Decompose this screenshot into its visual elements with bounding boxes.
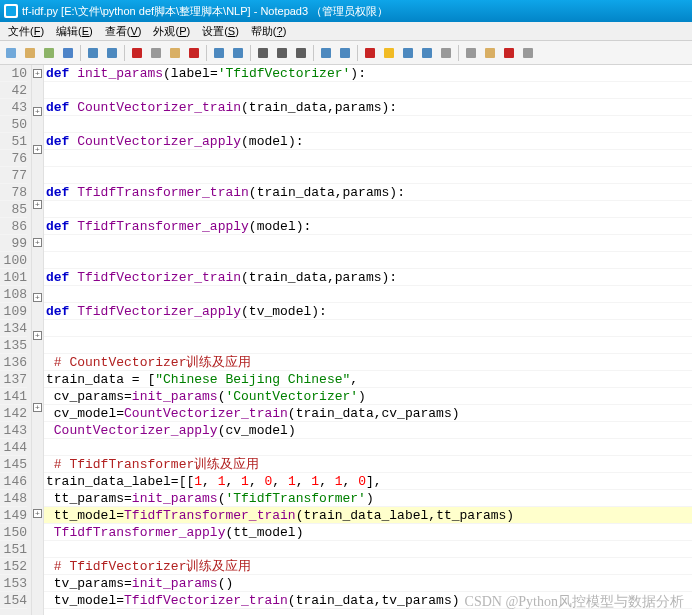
revert-icon[interactable] xyxy=(40,44,58,62)
wrap-icon[interactable] xyxy=(254,44,272,62)
fold-gutter[interactable]: +++++++++ xyxy=(32,65,44,615)
code-line[interactable] xyxy=(44,337,692,354)
line-number: 144 xyxy=(0,439,27,456)
font-icon[interactable] xyxy=(292,44,310,62)
code-line[interactable]: def CountVectorizer_train(train_data,par… xyxy=(44,99,692,116)
code-line[interactable]: def TfidfTransformer_apply(model): xyxy=(44,218,692,235)
code-line[interactable] xyxy=(44,82,692,99)
delete-icon[interactable] xyxy=(185,44,203,62)
ws-icon[interactable] xyxy=(273,44,291,62)
line-number: 146 xyxy=(0,473,27,490)
menu-item[interactable]: 设置(S) xyxy=(196,23,245,40)
new-icon[interactable] xyxy=(2,44,20,62)
code-line[interactable]: def TfidfVectorizer_train(train_data,par… xyxy=(44,269,692,286)
code-line[interactable] xyxy=(44,252,692,269)
fold-toggle-icon[interactable]: + xyxy=(33,509,42,518)
line-number: 86 xyxy=(0,218,27,235)
settings-icon[interactable] xyxy=(519,44,537,62)
code-line[interactable] xyxy=(44,235,692,252)
menu-item[interactable]: 编辑(E) xyxy=(50,23,99,40)
editor[interactable]: 1042435051767778858699100101108109134135… xyxy=(0,65,692,615)
toolbar[interactable] xyxy=(0,41,692,65)
code-line[interactable]: tt_model=TfidfTransformer_train(train_da… xyxy=(44,507,692,524)
svg-rect-12 xyxy=(258,48,268,58)
clear-icon[interactable] xyxy=(437,44,455,62)
fold-toggle-icon[interactable]: + xyxy=(33,238,42,247)
code-line[interactable] xyxy=(44,150,692,167)
line-number: 154 xyxy=(0,592,27,609)
worddown-icon[interactable] xyxy=(399,44,417,62)
undo-icon[interactable] xyxy=(84,44,102,62)
code-line[interactable]: cv_model=CountVectorizer_train(train_dat… xyxy=(44,405,692,422)
paste-icon[interactable] xyxy=(166,44,184,62)
code-line[interactable] xyxy=(44,116,692,133)
cut-icon[interactable] xyxy=(128,44,146,62)
svg-rect-19 xyxy=(403,48,413,58)
code-line[interactable] xyxy=(44,201,692,218)
code-line[interactable]: TfidfTransformer_apply(tt_model) xyxy=(44,524,692,541)
zoomout-icon[interactable] xyxy=(336,44,354,62)
fold-toggle-icon[interactable]: + xyxy=(33,107,42,116)
code-line[interactable]: CountVectorizer_apply(cv_model) xyxy=(44,422,692,439)
menu-item[interactable]: 外观(P) xyxy=(147,23,196,40)
code-line[interactable] xyxy=(44,541,692,558)
app-icon xyxy=(4,4,18,18)
line-number: 152 xyxy=(0,558,27,575)
svg-rect-7 xyxy=(151,48,161,58)
fold-toggle-icon[interactable]: + xyxy=(33,69,42,78)
code-line[interactable] xyxy=(44,167,692,184)
code-line[interactable]: # CountVectorizer训练及应用 xyxy=(44,354,692,371)
wordup-icon[interactable] xyxy=(418,44,436,62)
line-number: 99 xyxy=(0,235,27,252)
code-line[interactable]: def TfidfTransformer_train(train_data,pa… xyxy=(44,184,692,201)
code-line[interactable]: # TfidfTransformer训练及应用 xyxy=(44,456,692,473)
print-icon[interactable] xyxy=(462,44,480,62)
fold-toggle-icon[interactable]: + xyxy=(33,145,42,154)
svg-rect-8 xyxy=(170,48,180,58)
svg-rect-14 xyxy=(296,48,306,58)
code-line[interactable]: train_data = ["Chinese Beijing Chinese", xyxy=(44,371,692,388)
fold-toggle-icon[interactable]: + xyxy=(33,293,42,302)
code-line[interactable]: tt_params=init_params('TfidfTransformer'… xyxy=(44,490,692,507)
pin-icon[interactable] xyxy=(361,44,379,62)
code-line[interactable] xyxy=(44,439,692,456)
line-number: 77 xyxy=(0,167,27,184)
code-line[interactable]: tv_params=init_params() xyxy=(44,575,692,592)
fold-toggle-icon[interactable]: + xyxy=(33,331,42,340)
menu-bar[interactable]: 文件(F)编辑(E)查看(V)外观(P)设置(S)帮助(?) xyxy=(0,22,692,41)
star-icon[interactable] xyxy=(380,44,398,62)
code-line[interactable]: train_data_label=[[1, 1, 1, 0, 1, 1, 1, … xyxy=(44,473,692,490)
line-number: 135 xyxy=(0,337,27,354)
open-icon[interactable] xyxy=(21,44,39,62)
folder-icon[interactable] xyxy=(481,44,499,62)
code-line[interactable]: cv_params=init_params('CountVectorizer') xyxy=(44,388,692,405)
zoomin-icon[interactable] xyxy=(317,44,335,62)
exit-icon[interactable] xyxy=(500,44,518,62)
svg-rect-1 xyxy=(25,48,35,58)
menu-item[interactable]: 帮助(?) xyxy=(245,23,292,40)
redo-icon[interactable] xyxy=(103,44,121,62)
code-line[interactable]: def CountVectorizer_apply(model): xyxy=(44,133,692,150)
code-line[interactable]: # TfidfVectorizer训练及应用 xyxy=(44,558,692,575)
menu-item[interactable]: 查看(V) xyxy=(99,23,148,40)
svg-rect-10 xyxy=(214,48,224,58)
line-number: 149 xyxy=(0,507,27,524)
save-icon[interactable] xyxy=(59,44,77,62)
code-line[interactable] xyxy=(44,286,692,303)
code-area[interactable]: def init_params(label='TfidfVectorizer')… xyxy=(44,65,692,615)
code-line[interactable] xyxy=(44,320,692,337)
menu-item[interactable]: 文件(F) xyxy=(2,23,50,40)
fold-toggle-icon[interactable]: + xyxy=(33,200,42,209)
svg-rect-15 xyxy=(321,48,331,58)
code-line[interactable]: tv_model=TfidfVectorizer_train(train_dat… xyxy=(44,592,692,609)
svg-rect-21 xyxy=(441,48,451,58)
code-line[interactable]: def TfidfVectorizer_apply(tv_model): xyxy=(44,303,692,320)
find-icon[interactable] xyxy=(210,44,228,62)
fold-toggle-icon[interactable]: + xyxy=(33,403,42,412)
copy-icon[interactable] xyxy=(147,44,165,62)
line-number: 145 xyxy=(0,456,27,473)
replace-icon[interactable] xyxy=(229,44,247,62)
code-line[interactable]: def init_params(label='TfidfVectorizer')… xyxy=(44,65,692,82)
line-number: 143 xyxy=(0,422,27,439)
line-number: 76 xyxy=(0,150,27,167)
